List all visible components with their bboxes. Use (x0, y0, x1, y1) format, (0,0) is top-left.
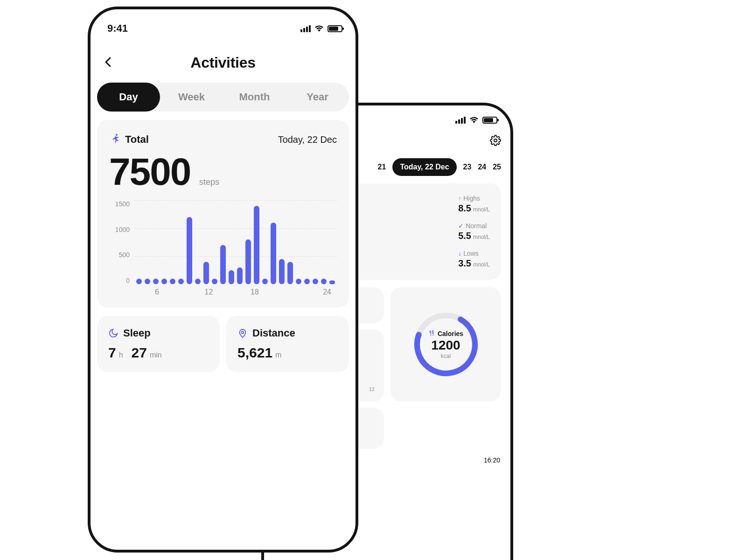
sleep-hours: 7 (108, 345, 116, 361)
status-icons (455, 117, 497, 124)
highs-label: Highs (463, 195, 480, 202)
battery-icon (328, 25, 342, 32)
y-axis: 1500 1000 500 0 (109, 200, 134, 284)
total-card[interactable]: Total Today, 22 Dec 7500 steps 1500 1000… (97, 120, 349, 308)
distance-card[interactable]: Distance 5,621 m (226, 316, 349, 372)
total-unit: steps (199, 177, 219, 187)
period-segmented-control[interactable]: Day Week Month Year (97, 83, 349, 112)
mini-x-12: 12 (369, 386, 375, 392)
x-axis: 6 12 18 24 (134, 288, 337, 296)
running-icon (109, 133, 120, 146)
x-tick-18: 18 (245, 288, 291, 296)
distance-value: 5,621 (237, 345, 272, 361)
lows-label: Lows (463, 250, 479, 257)
back-button[interactable] (105, 57, 111, 70)
calories-tile[interactable]: Calories 1200 kcal (390, 287, 501, 401)
battery-icon (482, 117, 497, 124)
date-21[interactable]: 21 (378, 163, 386, 171)
highs-value: 8.5 (458, 203, 471, 213)
wifi-icon (314, 25, 324, 32)
wifi-icon (469, 117, 479, 124)
normal-value: 5.5 (458, 231, 471, 241)
fork-knife-icon (428, 330, 435, 338)
pin-icon (237, 328, 248, 338)
normal-unit: mnol/L (473, 234, 490, 240)
distance-label: Distance (252, 327, 295, 339)
total-value: 7500 (109, 153, 190, 191)
cellular-signal-icon (455, 117, 466, 124)
lows-unit: mnol/L (473, 261, 490, 268)
bars (134, 200, 337, 284)
date-24[interactable]: 24 (478, 163, 486, 171)
calories-label: Calories (438, 330, 463, 337)
x-tick-12: 12 (195, 288, 245, 296)
status-time: 9:41 (107, 22, 128, 35)
cellular-signal-icon (300, 25, 311, 32)
metric-cards-row: Sleep 7 h 27 min Distance 5,621 m (97, 316, 349, 372)
sleep-minutes-unit: min (150, 351, 162, 359)
sleep-label: Sleep (123, 327, 151, 339)
calories-value: 1200 (431, 338, 460, 353)
y-tick-500: 500 (109, 251, 134, 259)
sleep-hours-unit: h (119, 351, 123, 359)
svg-point-0 (494, 139, 497, 142)
normal-label: Normal (466, 222, 487, 230)
svg-point-5 (242, 331, 244, 334)
distance-unit: m (275, 351, 281, 359)
glucose-ranges: ↑Highs 8.5mnol/L ✓Normal 5.5mnol/L ↓Lows… (458, 195, 490, 269)
date-selected[interactable]: Today, 22 Dec (392, 158, 456, 176)
tab-month[interactable]: Month (223, 83, 286, 112)
tab-day[interactable]: Day (97, 83, 160, 112)
total-label: Total (125, 133, 149, 146)
y-tick-0: 0 (109, 277, 134, 284)
lows-value: 3.5 (458, 258, 471, 268)
moon-icon (108, 328, 119, 338)
x-tick-24: 24 (291, 288, 337, 296)
tab-year[interactable]: Year (286, 83, 349, 112)
status-bar: 9:41 (91, 9, 356, 38)
status-icons (300, 25, 342, 32)
gear-icon[interactable] (490, 135, 501, 148)
highs-unit: mnol/L (473, 206, 490, 213)
y-tick-1500: 1500 (109, 200, 134, 208)
y-tick-1000: 1000 (109, 226, 134, 233)
date-25[interactable]: 25 (493, 163, 501, 171)
x-tick-6: 6 (134, 288, 195, 296)
after-lunch-time: 16:20 (484, 456, 500, 464)
svg-point-4 (116, 134, 118, 136)
sleep-card[interactable]: Sleep 7 h 27 min (97, 316, 220, 372)
sleep-minutes: 27 (132, 345, 147, 361)
arrow-down-icon: ↓ (458, 250, 461, 257)
date-23[interactable]: 23 (463, 163, 472, 171)
arrow-up-icon: ↑ (458, 195, 461, 202)
tab-week[interactable]: Week (160, 83, 223, 112)
phone-front: 9:41 Activities Day Week Month Year Tota… (88, 7, 358, 553)
activities-header: Activities (91, 38, 356, 83)
page-title: Activities (104, 54, 342, 71)
check-icon: ✓ (458, 222, 464, 230)
calories-unit: kcal (441, 353, 451, 359)
steps-chart: 1500 1000 500 0 6 12 18 24 (109, 200, 337, 296)
total-date: Today, 22 Dec (278, 134, 337, 145)
